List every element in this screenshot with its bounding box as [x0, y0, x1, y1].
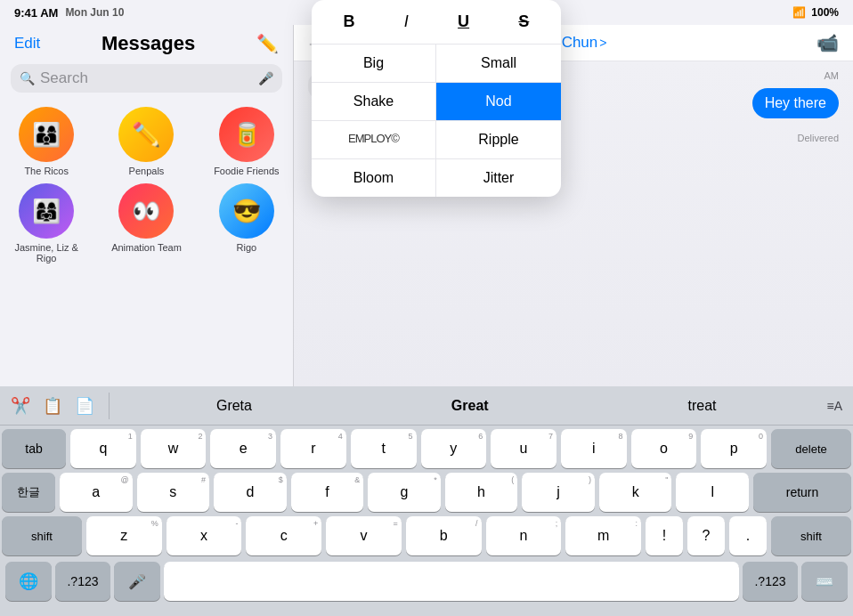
contact-name: Jasmine, Liz & Rigo [6, 242, 86, 263]
key-q[interactable]: 1q [70, 429, 136, 468]
edit-button[interactable]: Edit [14, 35, 40, 53]
list-item[interactable]: 😎 Rigo [207, 183, 287, 263]
key-h[interactable]: (h [445, 473, 518, 512]
key-m[interactable]: :m [565, 516, 641, 555]
list-item[interactable]: 🥫 Foodie Friends [207, 107, 287, 176]
mic-icon: 🎤 [258, 71, 273, 85]
autocomplete-bar: ✂️ 📋 📄 Greta Great treat ≡A [0, 386, 853, 426]
key-b[interactable]: /b [406, 516, 482, 555]
key-f[interactable]: &f [291, 473, 364, 512]
cut-icon[interactable]: ✂️ [7, 393, 34, 419]
key-k[interactable]: "k [599, 473, 672, 512]
suggestion-3[interactable]: treat [681, 394, 724, 417]
suggestion-1[interactable]: Greta [209, 394, 259, 417]
copy-icon[interactable]: 📋 [39, 393, 66, 419]
key-j[interactable]: )j [522, 473, 595, 512]
status-date: Mon Jun 10 [65, 6, 124, 19]
key-x[interactable]: -x [167, 516, 242, 555]
avatar: 😎 [219, 183, 274, 239]
num-key-left[interactable]: .?123 [55, 562, 110, 601]
wifi-icon: 📶 [792, 6, 806, 19]
globe-key[interactable]: 🌐 [5, 562, 52, 601]
key-r[interactable]: 4r [280, 429, 346, 468]
contact-name: The Ricos [24, 166, 69, 176]
format-option-emoji[interactable]: EMPLOY© [312, 121, 436, 159]
video-call-icon[interactable]: 📹 [816, 32, 839, 53]
key-z[interactable]: %z [86, 516, 162, 555]
list-item[interactable]: 👩‍👩‍👧 Jasmine, Liz & Rigo [6, 183, 86, 263]
search-input[interactable]: Search [40, 69, 253, 87]
key-o[interactable]: 9o [631, 429, 697, 468]
format-popup: B I U S Big Small Shake Nod EMPLOY© Ripp… [312, 0, 561, 197]
format-option-bloom[interactable]: Bloom [312, 159, 436, 197]
format-option-shake[interactable]: Shake [312, 83, 436, 121]
format-option-small[interactable]: Small [436, 45, 561, 83]
key-u[interactable]: 7u [491, 429, 556, 468]
search-icon: 🔍 [20, 71, 35, 85]
bold-button[interactable]: B [333, 9, 366, 35]
key-i[interactable]: 8i [561, 429, 627, 468]
mic-key[interactable]: 🎤 [114, 562, 160, 601]
key-a[interactable]: @a [60, 473, 133, 512]
sent-message-text: Hey there [765, 95, 826, 110]
key-question[interactable]: ? [687, 516, 725, 555]
strikethrough-button[interactable]: S [508, 9, 540, 35]
key-g[interactable]: *g [368, 473, 441, 512]
paste-icon[interactable]: 📄 [71, 393, 98, 419]
key-c[interactable]: +c [246, 516, 321, 555]
key-exclaim[interactable]: ! [646, 516, 683, 555]
autocomplete-suggestions: Greta Great treat [110, 394, 823, 417]
key-t[interactable]: 5t [351, 429, 417, 468]
key-s[interactable]: #s [137, 473, 210, 512]
key-d[interactable]: $d [214, 473, 287, 512]
text-tools: ✂️ 📋 📄 [7, 393, 110, 419]
avatar: ✏️ [118, 107, 174, 162]
shift-key-left[interactable]: shift [2, 516, 82, 555]
contact-name: Rigo [237, 242, 257, 253]
contact-name: Penpals [129, 166, 165, 176]
shift-key-right[interactable]: shift [771, 516, 851, 555]
key-p[interactable]: 0p [701, 429, 767, 468]
search-bar[interactable]: 🔍 Search 🎤 [11, 64, 282, 93]
format-option-jitter[interactable]: Jitter [436, 159, 561, 197]
italic-button[interactable]: I [394, 9, 419, 35]
list-item[interactable]: 👀 Animation Team [106, 183, 186, 263]
format-grid: Big Small Shake Nod EMPLOY© Ripple Bloom… [312, 45, 561, 197]
underline-button[interactable]: U [447, 9, 480, 35]
key-l[interactable]: l [676, 473, 749, 512]
format-option-nod[interactable]: Nod [436, 83, 561, 121]
keyboard-area: ✂️ 📋 📄 Greta Great treat ≡A tab 1q 2w 3e… [0, 386, 853, 616]
key-n[interactable]: ;n [486, 516, 562, 555]
tab-key[interactable]: tab [2, 429, 66, 468]
format-option-ripple[interactable]: Ripple [436, 121, 561, 159]
avatar: 🥫 [219, 107, 274, 162]
key-period[interactable]: . [729, 516, 767, 555]
avatar: 👀 [118, 183, 174, 239]
key-y[interactable]: 6y [421, 429, 487, 468]
delete-key[interactable]: delete [771, 429, 851, 468]
key-row-1: tab 1q 2w 3e 4r 5t 6y 7u 8i 9o 0p delete [2, 429, 851, 468]
pinned-contacts: 👨‍👩‍👦 The Ricos ✏️ Penpals 🥫 Foodie Frie… [0, 98, 293, 269]
status-icons: 📶 100% [792, 6, 839, 19]
format-option-big[interactable]: Big [312, 45, 436, 83]
hangul-key[interactable]: 한글 [2, 473, 55, 512]
format-toggle[interactable]: ≡A [823, 395, 846, 417]
list-item[interactable]: ✏️ Penpals [106, 107, 186, 176]
key-row-2: 한글 @a #s $d &f *g (h )j "k l return [2, 473, 851, 512]
suggestion-2[interactable]: Great [444, 394, 496, 417]
delivered-status: Delivered [798, 133, 839, 143]
contact-name: Animation Team [111, 242, 182, 253]
compose-button[interactable]: ✏️ [256, 33, 279, 54]
key-row-bottom: 🌐 .?123 🎤 .?123 ⌨️ [2, 560, 851, 610]
space-key[interactable] [164, 562, 739, 601]
status-time: 9:41 AM [14, 6, 58, 20]
key-w[interactable]: 2w [141, 429, 207, 468]
return-key[interactable]: return [753, 473, 851, 512]
sent-message-bubble: Hey there [752, 88, 839, 118]
num-key-right[interactable]: .?123 [743, 562, 798, 601]
list-item[interactable]: 👨‍👩‍👦 The Ricos [6, 107, 86, 176]
keyboard-hide-key[interactable]: ⌨️ [801, 562, 848, 601]
key-v[interactable]: =v [326, 516, 402, 555]
battery-icon: 100% [811, 6, 839, 19]
key-e[interactable]: 3e [210, 429, 276, 468]
